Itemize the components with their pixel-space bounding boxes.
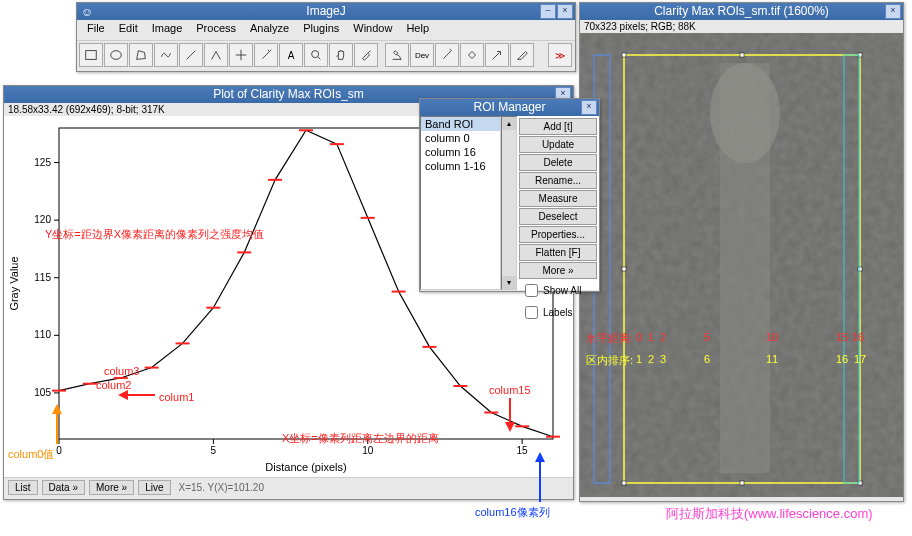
imagej-window: ☺ ImageJ – × File Edit Image Process Ana… [76, 2, 576, 72]
tool-hand-icon[interactable] [329, 43, 353, 67]
svg-line-7 [493, 52, 500, 59]
tool-text-icon[interactable]: A [279, 43, 303, 67]
svg-text:120: 120 [34, 214, 51, 225]
tool-wand-icon[interactable] [254, 43, 278, 67]
tool-pencil-icon[interactable] [510, 43, 534, 67]
image-canvas[interactable]: 水平距离: 0 1 2 5 10 15 16 区内排序: 1 2 3 6 11 … [580, 33, 903, 497]
menu-window[interactable]: Window [347, 21, 398, 39]
svg-rect-13 [622, 53, 626, 57]
plot-title: Plot of Clarity Max ROIs_sm [213, 87, 364, 101]
tool-flood-icon[interactable] [460, 43, 484, 67]
menu-file[interactable]: File [81, 21, 111, 39]
tool-polygon-icon[interactable] [129, 43, 153, 67]
plot-bottombar: List Data » More » Live X=15. Y(X)=101.2… [4, 477, 573, 496]
footer-branding: 阿拉斯加科技(www.lifescience.com) [666, 505, 873, 523]
roi-more-button[interactable]: More » [519, 262, 597, 279]
svg-point-5 [312, 51, 319, 58]
tool-brush-icon[interactable] [435, 43, 459, 67]
menu-analyze[interactable]: Analyze [244, 21, 295, 39]
minimize-button[interactable]: – [540, 4, 556, 19]
tool-arrow-icon[interactable] [485, 43, 509, 67]
roi-close-button[interactable]: × [581, 100, 597, 115]
image-close-button[interactable]: × [885, 4, 901, 19]
tool-angle-icon[interactable] [204, 43, 228, 67]
image-window: Clarity Max ROIs_sm.tif (1600%) × 70x323… [579, 2, 904, 502]
svg-text:0: 0 [56, 445, 62, 456]
imagej-logo-icon: ☺ [81, 4, 93, 21]
roi-item-band[interactable]: Band ROI [421, 117, 500, 131]
roi-showall-checkbox[interactable]: Show All [519, 280, 597, 301]
svg-point-11 [710, 63, 780, 163]
tool-line-icon[interactable] [179, 43, 203, 67]
menu-image[interactable]: Image [146, 21, 189, 39]
roi-labels-checkbox[interactable]: Labels [519, 302, 597, 323]
menu-help[interactable]: Help [400, 21, 435, 39]
imagej-titlebar[interactable]: ☺ ImageJ – × [77, 3, 575, 20]
tool-oval-icon[interactable] [104, 43, 128, 67]
svg-text:Distance (pixels): Distance (pixels) [265, 461, 346, 473]
svg-text:5: 5 [211, 445, 217, 456]
roi-item-col0[interactable]: column 0 [421, 131, 500, 145]
svg-text:105: 105 [34, 387, 51, 398]
svg-rect-19 [740, 481, 744, 485]
image-info: 70x323 pixels; RGB; 88K [580, 20, 903, 33]
roi-item-col1-16[interactable]: column 1-16 [421, 159, 500, 173]
roi-manager-window: ROI Manager × Band ROI column 0 column 1… [419, 98, 600, 292]
scroll-up-icon[interactable]: ▴ [502, 117, 516, 130]
scroll-down-icon[interactable]: ▾ [502, 276, 516, 289]
svg-text:125: 125 [34, 157, 51, 168]
svg-text:110: 110 [34, 329, 51, 340]
roi-update-button[interactable]: Update [519, 136, 597, 153]
roi-deselect-button[interactable]: Deselect [519, 208, 597, 225]
svg-point-1 [111, 51, 122, 60]
svg-text:115: 115 [34, 272, 51, 283]
roi-titlebar[interactable]: ROI Manager × [420, 99, 599, 116]
svg-rect-14 [740, 53, 744, 57]
tool-point-icon[interactable] [229, 43, 253, 67]
svg-rect-16 [622, 267, 626, 271]
roi-item-col16[interactable]: column 16 [421, 145, 500, 159]
plot-list-button[interactable]: List [8, 480, 38, 495]
roi-measure-button[interactable]: Measure [519, 190, 597, 207]
svg-rect-18 [622, 481, 626, 485]
plot-more-button[interactable]: More » [89, 480, 134, 495]
roi-rename-button[interactable]: Rename... [519, 172, 597, 189]
menu-process[interactable]: Process [190, 21, 242, 39]
svg-line-6 [318, 57, 321, 60]
svg-text:10: 10 [362, 445, 374, 456]
image-title: Clarity Max ROIs_sm.tif (1600%) [654, 4, 829, 18]
imagej-toolbar: A Dev ≫ [77, 40, 575, 71]
roi-flatten-button[interactable]: Flatten [F] [519, 244, 597, 261]
tool-microscope-icon[interactable] [385, 43, 409, 67]
plot-coords: X=15. Y(X)=101.20 [179, 482, 264, 493]
roi-list[interactable]: Band ROI column 0 column 16 column 1-16 [420, 116, 501, 290]
imagej-title: ImageJ [306, 4, 345, 18]
tool-dropper-icon[interactable] [354, 43, 378, 67]
tool-more-icon[interactable]: ≫ [548, 43, 572, 67]
anno-colum16: colum16像素列 [475, 505, 550, 520]
tool-rect-icon[interactable] [79, 43, 103, 67]
svg-line-2 [187, 51, 196, 60]
svg-text:15: 15 [517, 445, 529, 456]
svg-text:Gray Value: Gray Value [8, 256, 20, 310]
tool-freehand-icon[interactable] [154, 43, 178, 67]
close-button[interactable]: × [557, 4, 573, 19]
imagej-menubar: File Edit Image Process Analyze Plugins … [77, 20, 575, 40]
roi-delete-button[interactable]: Delete [519, 154, 597, 171]
tool-zoom-icon[interactable] [304, 43, 328, 67]
plot-data-button[interactable]: Data » [42, 480, 85, 495]
menu-plugins[interactable]: Plugins [297, 21, 345, 39]
roi-buttons: Add [t] Update Delete Rename... Measure … [517, 116, 599, 290]
tool-dev-icon[interactable]: Dev [410, 43, 434, 67]
roi-scrollbar[interactable]: ▴ ▾ [501, 116, 517, 290]
roi-add-button[interactable]: Add [t] [519, 118, 597, 135]
svg-rect-0 [86, 51, 97, 60]
plot-live-button[interactable]: Live [138, 480, 170, 495]
roi-properties-button[interactable]: Properties... [519, 226, 597, 243]
roi-title: ROI Manager [473, 100, 545, 114]
image-titlebar[interactable]: Clarity Max ROIs_sm.tif (1600%) × [580, 3, 903, 20]
menu-edit[interactable]: Edit [113, 21, 144, 39]
